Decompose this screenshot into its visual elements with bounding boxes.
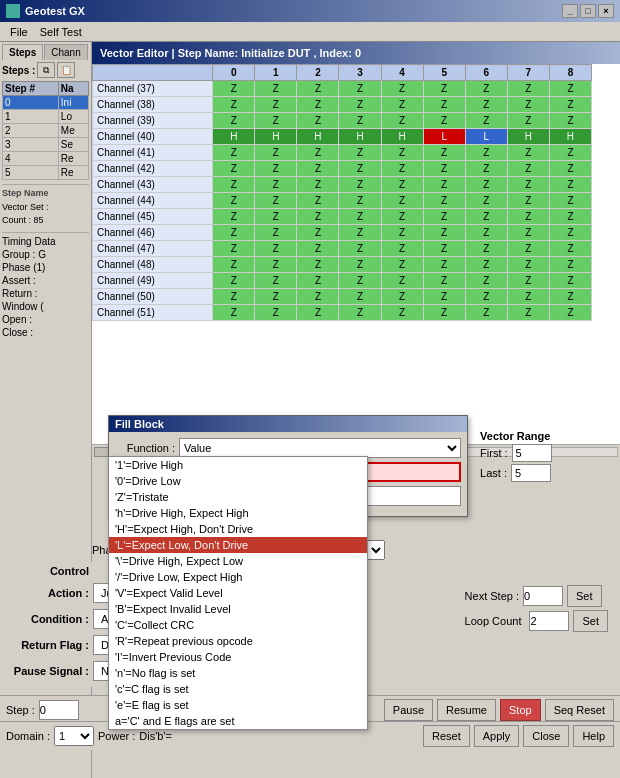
vector-cell[interactable]: Z	[507, 305, 549, 321]
table-row[interactable]: 4Re	[3, 152, 89, 166]
vector-cell[interactable]: Z	[255, 305, 297, 321]
vector-cell[interactable]: Z	[255, 81, 297, 97]
vector-cell[interactable]: H	[507, 129, 549, 145]
vector-cell[interactable]: Z	[423, 145, 465, 161]
vector-cell[interactable]: Z	[507, 97, 549, 113]
table-row[interactable]: Channel (41)ZZZZZZZZZ	[93, 145, 592, 161]
table-row[interactable]: Channel (45)ZZZZZZZZZ	[93, 209, 592, 225]
table-row[interactable]: Channel (37)ZZZZZZZZZ	[93, 81, 592, 97]
vector-cell[interactable]: Z	[297, 257, 339, 273]
vector-cell[interactable]: H	[297, 129, 339, 145]
dropdown-item[interactable]: 'c'=C flag is set	[109, 681, 367, 697]
table-row[interactable]: Channel (39)ZZZZZZZZZ	[93, 113, 592, 129]
dropdown-item[interactable]: '0'=Drive Low	[109, 473, 367, 489]
vector-cell[interactable]: Z	[465, 161, 507, 177]
vector-cell[interactable]: Z	[423, 257, 465, 273]
dropdown-item[interactable]: 'h'=Drive High, Expect High	[109, 505, 367, 521]
vector-cell[interactable]: Z	[297, 209, 339, 225]
vector-cell[interactable]: Z	[507, 177, 549, 193]
vector-cell[interactable]: Z	[213, 273, 255, 289]
vector-cell[interactable]: Z	[507, 273, 549, 289]
dropdown-item[interactable]: 'H'=Expect High, Don't Drive	[109, 521, 367, 537]
close-button-bottom[interactable]: Close	[523, 725, 569, 747]
vector-cell[interactable]: H	[381, 129, 423, 145]
vector-cell[interactable]: Z	[339, 305, 381, 321]
vector-cell[interactable]: Z	[297, 161, 339, 177]
vector-cell[interactable]: Z	[255, 289, 297, 305]
loop-count-input[interactable]	[529, 611, 569, 631]
vector-cell[interactable]: Z	[507, 193, 549, 209]
table-row[interactable]: Channel (43)ZZZZZZZZZ	[93, 177, 592, 193]
vector-cell[interactable]: Z	[255, 177, 297, 193]
vector-last-input[interactable]	[511, 464, 551, 482]
vector-cell[interactable]: Z	[507, 241, 549, 257]
vector-cell[interactable]: Z	[339, 145, 381, 161]
table-row[interactable]: Channel (50)ZZZZZZZZZ	[93, 289, 592, 305]
vector-cell[interactable]: Z	[507, 257, 549, 273]
vector-cell[interactable]: Z	[339, 177, 381, 193]
vector-cell[interactable]: Z	[339, 209, 381, 225]
vector-cell[interactable]: Z	[423, 273, 465, 289]
vector-cell[interactable]: Z	[213, 177, 255, 193]
tab-channel[interactable]: Chann	[44, 44, 87, 60]
vector-cell[interactable]: Z	[549, 273, 591, 289]
vector-cell[interactable]: Z	[423, 97, 465, 113]
loop-count-set-button[interactable]: Set	[573, 610, 608, 632]
vector-cell[interactable]: Z	[465, 289, 507, 305]
dropdown-item[interactable]: 'V'=Expect Valid Level	[109, 585, 367, 601]
vector-cell[interactable]: Z	[339, 113, 381, 129]
vector-cell[interactable]: Z	[213, 225, 255, 241]
vector-cell[interactable]: Z	[213, 193, 255, 209]
dropdown-item[interactable]: 'Z'=Tristate	[109, 489, 367, 505]
vector-cell[interactable]: H	[213, 129, 255, 145]
table-row[interactable]: Channel (47)ZZZZZZZZZ	[93, 241, 592, 257]
vector-cell[interactable]: Z	[255, 209, 297, 225]
vector-first-input[interactable]	[512, 444, 552, 462]
maximize-button[interactable]: □	[580, 4, 596, 18]
vector-cell[interactable]: Z	[549, 193, 591, 209]
vector-cell[interactable]: Z	[381, 209, 423, 225]
vector-cell[interactable]: Z	[255, 241, 297, 257]
vector-cell[interactable]: Z	[213, 257, 255, 273]
dropdown-item[interactable]: 'C'=Collect CRC	[109, 617, 367, 633]
table-row[interactable]: 2Me	[3, 124, 89, 138]
vector-cell[interactable]: Z	[549, 81, 591, 97]
vector-cell[interactable]: Z	[339, 241, 381, 257]
vector-cell[interactable]: Z	[297, 177, 339, 193]
vector-cell[interactable]: Z	[549, 145, 591, 161]
vector-cell[interactable]: Z	[423, 209, 465, 225]
dropdown-item[interactable]: '\'=Drive High, Expect Low	[109, 553, 367, 569]
vector-cell[interactable]: Z	[465, 225, 507, 241]
vector-cell[interactable]: H	[255, 129, 297, 145]
dropdown-item[interactable]: 'I'=Invert Previous Code	[109, 649, 367, 665]
vector-cell[interactable]: Z	[465, 305, 507, 321]
vector-cell[interactable]: Z	[465, 97, 507, 113]
vector-cell[interactable]: Z	[213, 145, 255, 161]
vector-cell[interactable]: Z	[465, 145, 507, 161]
vector-cell[interactable]: Z	[381, 97, 423, 113]
vector-cell[interactable]: Z	[381, 193, 423, 209]
close-button[interactable]: ×	[598, 4, 614, 18]
vector-cell[interactable]: Z	[255, 161, 297, 177]
vector-cell[interactable]: Z	[549, 97, 591, 113]
next-step-input[interactable]	[523, 586, 563, 606]
table-row[interactable]: Channel (42)ZZZZZZZZZ	[93, 161, 592, 177]
vector-cell[interactable]: Z	[255, 257, 297, 273]
vector-cell[interactable]: Z	[297, 145, 339, 161]
vector-cell[interactable]: Z	[507, 113, 549, 129]
vector-cell[interactable]: L	[465, 129, 507, 145]
vector-cell[interactable]: Z	[465, 257, 507, 273]
dropdown-item[interactable]: a='C' and E flags are set	[109, 713, 367, 729]
vector-cell[interactable]: Z	[423, 177, 465, 193]
dropdown-item[interactable]: 'L'=Expect Low, Don't Drive	[109, 537, 367, 553]
vector-cell[interactable]: Z	[381, 161, 423, 177]
vector-cell[interactable]: Z	[381, 177, 423, 193]
vector-grid[interactable]: 012345678 Channel (37)ZZZZZZZZZChannel (…	[92, 64, 620, 444]
menu-file[interactable]: File	[4, 25, 34, 39]
table-row[interactable]: Channel (40)HHHHHLLHH	[93, 129, 592, 145]
vector-cell[interactable]: Z	[297, 193, 339, 209]
vector-cell[interactable]: Z	[297, 305, 339, 321]
vector-cell[interactable]: Z	[213, 289, 255, 305]
table-row[interactable]: 0Ini	[3, 96, 89, 110]
dropdown-item[interactable]: '1'=Drive High	[109, 457, 367, 473]
